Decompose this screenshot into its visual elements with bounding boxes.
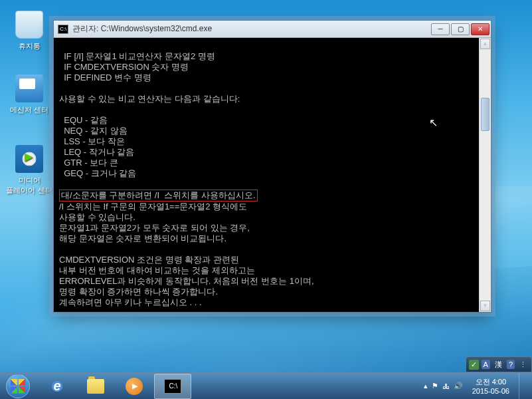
taskbar-explorer[interactable]	[77, 374, 114, 399]
system-tray: ▴ ⚑ 🖧 🔊 오전 4:00 2015-05-06	[420, 373, 532, 400]
start-button[interactable]	[0, 374, 36, 399]
ie-icon	[48, 377, 66, 396]
desktop-icon-label: 휴지통	[9, 41, 49, 51]
desktop-icon-recycle-bin[interactable]: 휴지통	[9, 11, 49, 51]
desktop-icon-label: 미디어 플레이어 센터	[4, 176, 54, 196]
window-controls: ─ ▢ ✕	[431, 23, 489, 35]
wmp-icon	[126, 378, 143, 395]
maximize-button[interactable]: ▢	[451, 23, 470, 35]
window-title: 관리자: C:\Windows\system32\cmd.exe	[72, 23, 431, 35]
langbar-hanja[interactable]: 漢	[493, 359, 504, 370]
recycle-bin-icon	[15, 11, 43, 39]
cmd-icon: C:\	[58, 25, 68, 34]
network-icon[interactable]: 🖧	[442, 382, 450, 390]
tray-icons: ▴ ⚑ 🖧 🔊	[424, 382, 463, 390]
highlighted-text: 대/소문자를 구분하려면 /I 스위치를 사용하십시오.	[59, 190, 258, 201]
console-scrollbar[interactable]: ▲ ▼	[479, 38, 491, 312]
langbar-input-mode[interactable]: A	[482, 360, 490, 369]
close-button[interactable]: ✕	[471, 23, 489, 35]
language-bar[interactable]: ✓ A 漢 ? ⋮	[466, 356, 532, 372]
desktop: 휴지통 메신저 센터 미디어 플레이어 센터 C:\ 관리자: C:\Windo…	[0, 0, 532, 399]
media-player-icon	[15, 145, 43, 173]
scroll-down-button[interactable]: ▼	[480, 301, 490, 311]
tray-expand-icon[interactable]: ▴	[424, 382, 428, 390]
clock-date: 2015-05-06	[472, 386, 509, 396]
taskbar-items: C:\	[39, 374, 191, 399]
taskbar: C:\ ▴ ⚑ 🖧 🔊 오전 4:00 2015-05-06	[0, 372, 532, 399]
volume-icon[interactable]: 🔊	[454, 382, 463, 390]
show-desktop-button[interactable]	[519, 373, 528, 400]
taskbar-ie[interactable]	[39, 374, 76, 399]
langbar-help-icon[interactable]: ?	[507, 360, 515, 369]
langbar-check-icon[interactable]: ✓	[469, 360, 479, 370]
desktop-icon-messenger[interactable]: 메신저 센터	[9, 74, 49, 115]
scrollbar-thumb[interactable]	[481, 98, 489, 131]
messenger-folder-icon	[15, 74, 43, 102]
cmd-window: C:\ 관리자: C:\Windows\system32\cmd.exe ─ ▢…	[53, 20, 491, 313]
taskbar-media-player[interactable]	[116, 374, 153, 399]
scroll-up-button[interactable]: ▲	[480, 39, 490, 49]
langbar-options-icon[interactable]: ⋮	[517, 360, 529, 370]
clock[interactable]: 오전 4:00 2015-05-06	[468, 377, 513, 396]
mouse-cursor-icon: ↖	[429, 118, 438, 128]
desktop-icon-label: 메신저 센터	[9, 105, 49, 115]
minimize-button[interactable]: ─	[431, 23, 450, 35]
titlebar[interactable]: C:\ 관리자: C:\Windows\system32\cmd.exe ─ ▢…	[54, 21, 491, 38]
clock-time: 오전 4:00	[472, 377, 509, 386]
explorer-icon	[87, 379, 104, 394]
cmd-taskbar-icon: C:\	[164, 379, 181, 394]
taskbar-cmd[interactable]: C:\	[154, 374, 191, 399]
action-center-icon[interactable]: ⚑	[432, 382, 438, 390]
windows-logo-icon	[6, 374, 30, 398]
console-output: IF [/I] 문자열1 비교연산자 문자열2 명령 IF CMDEXTVERS…	[54, 38, 491, 312]
desktop-icon-media-player[interactable]: 미디어 플레이어 센터	[4, 145, 54, 196]
